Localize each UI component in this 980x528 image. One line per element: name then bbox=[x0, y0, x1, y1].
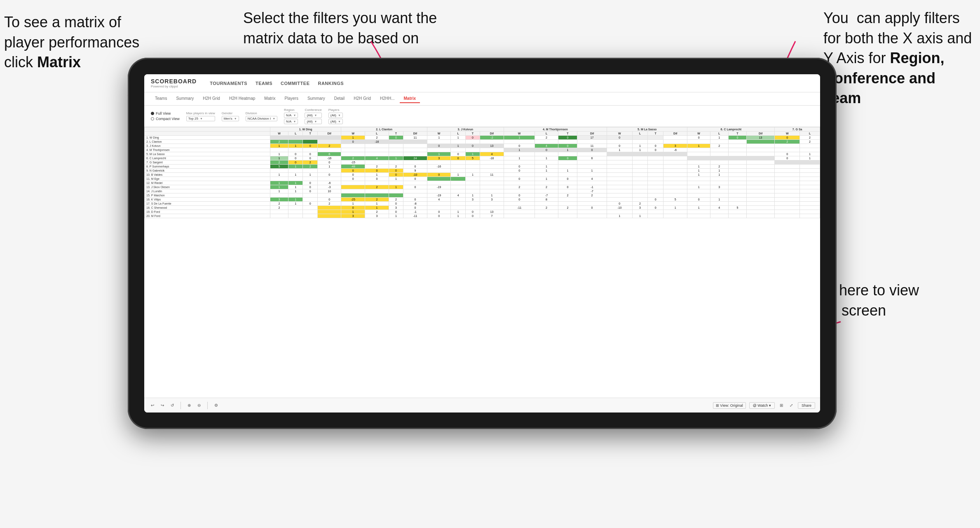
gender-arrow: ▼ bbox=[234, 117, 237, 120]
gender-select[interactable]: Men's ▼ bbox=[222, 116, 239, 121]
matrix-cell: 0 bbox=[288, 156, 303, 160]
players-select-1[interactable]: (All) ▼ bbox=[328, 113, 343, 118]
zoom-out-icon[interactable]: ⊖ bbox=[196, 402, 202, 409]
region-select-2[interactable]: N/A ▼ bbox=[284, 119, 298, 124]
matrix-cell bbox=[710, 177, 728, 181]
col-header-7: 7. G Sa bbox=[775, 127, 820, 132]
conference-select-2[interactable]: (All) ▼ bbox=[305, 119, 321, 124]
nav-committee[interactable]: COMMITTEE bbox=[281, 79, 310, 87]
matrix-cell: 1 bbox=[365, 206, 389, 210]
zoom-in-icon[interactable]: ⊕ bbox=[186, 402, 192, 409]
matrix-cell: 3 bbox=[341, 214, 365, 218]
tablet-frame: SCOREBOARD Powered by clippd TOURNAMENTS… bbox=[128, 58, 837, 429]
matrix-cell: 3 bbox=[270, 198, 288, 202]
matrix-cell bbox=[535, 152, 558, 156]
matrix-cell bbox=[451, 140, 465, 144]
matrix-cell: 13 bbox=[480, 210, 504, 214]
view-compact-option[interactable]: Compact View bbox=[151, 117, 180, 121]
matrix-cell bbox=[288, 136, 303, 140]
matrix-cell bbox=[663, 160, 687, 165]
watch-btn[interactable]: @ Watch ▾ bbox=[749, 402, 775, 409]
nav-teams[interactable]: TEAMS bbox=[256, 79, 272, 87]
layout-icon[interactable]: ⊞ bbox=[778, 402, 785, 409]
matrix-cell bbox=[427, 169, 451, 173]
matrix-cell bbox=[648, 136, 663, 140]
matrix-cell bbox=[341, 193, 365, 198]
tab-matrix[interactable]: Matrix bbox=[260, 94, 279, 103]
matrix-cell: 1 bbox=[288, 181, 303, 185]
region-select-1[interactable]: N/A ▼ bbox=[284, 113, 298, 118]
matrix-cell bbox=[607, 140, 633, 144]
tab-summary2[interactable]: Summary bbox=[303, 94, 329, 103]
tab-summary[interactable]: Summary bbox=[172, 94, 198, 103]
player-name-cell: 17. S De La Fuente bbox=[145, 202, 270, 206]
tab-h2hh[interactable]: H2HH... bbox=[376, 94, 399, 103]
tab-matrix-active[interactable]: Matrix bbox=[400, 94, 420, 103]
matrix-cell: 0 bbox=[648, 148, 663, 152]
matrix-cell: 4 bbox=[577, 177, 607, 181]
player-name-cell: 4. M Thorbjornsen bbox=[145, 148, 270, 152]
tab-h2h-heatmap[interactable]: H2H Heatmap bbox=[225, 94, 259, 103]
matrix-cell: 0 bbox=[389, 136, 403, 140]
tab-h2h-grid2[interactable]: H2H Grid bbox=[349, 94, 375, 103]
matrix-cell bbox=[365, 193, 389, 198]
matrix-cell bbox=[577, 198, 607, 202]
matrix-cell bbox=[607, 181, 633, 185]
matrix-cell bbox=[270, 193, 288, 198]
matrix-cell: -19 bbox=[427, 185, 451, 189]
tab-detail[interactable]: Detail bbox=[330, 94, 349, 103]
matrix-cell: 0 bbox=[607, 202, 633, 206]
view-compact-label: Compact View bbox=[156, 117, 180, 121]
redo-icon[interactable]: ↪ bbox=[159, 402, 166, 409]
matrix-cell: 1 bbox=[504, 136, 535, 140]
tab-players[interactable]: Players bbox=[281, 94, 302, 103]
conference-select-1[interactable]: (All) ▼ bbox=[305, 113, 321, 118]
matrix-cell bbox=[365, 189, 389, 193]
view-original-btn[interactable]: ⊞ View: Original bbox=[713, 402, 746, 409]
matrix-cell: 1 bbox=[451, 136, 465, 140]
matrix-cell: 2 bbox=[317, 202, 341, 206]
max-players-select[interactable]: Top 25 ▼ bbox=[186, 116, 215, 121]
matrix-cell bbox=[775, 202, 800, 206]
matrix-cell bbox=[648, 140, 663, 144]
matrix-cell: 6 bbox=[577, 156, 607, 160]
matrix-cell bbox=[746, 165, 774, 169]
matrix-cell: 1 bbox=[270, 152, 288, 156]
matrix-cell: 0 bbox=[648, 198, 663, 202]
matrix-cell bbox=[535, 181, 558, 185]
tab-teams[interactable]: Teams bbox=[151, 94, 171, 103]
matrix-cell bbox=[775, 189, 800, 193]
matrix-cell bbox=[746, 140, 774, 144]
matrix-cell: 7 bbox=[480, 214, 504, 218]
matrix-cell bbox=[403, 189, 427, 193]
players-select-2[interactable]: (All) ▼ bbox=[328, 119, 343, 124]
division-select[interactable]: NCAA Division I ▼ bbox=[246, 116, 277, 121]
matrix-cell: 0 bbox=[451, 156, 465, 160]
matrix-cell: 1 bbox=[451, 214, 465, 218]
matrix-cell: -2 bbox=[480, 136, 504, 140]
matrix-cell bbox=[632, 152, 648, 156]
matrix-cell: 1 bbox=[710, 136, 728, 140]
refresh-icon[interactable]: ↺ bbox=[169, 402, 176, 409]
undo-icon[interactable]: ↩ bbox=[149, 402, 156, 409]
fullscreen-icon[interactable]: ⤢ bbox=[788, 402, 795, 409]
matrix-cell bbox=[577, 214, 607, 218]
matrix-cell bbox=[710, 160, 728, 165]
nav-tournaments[interactable]: TOURNAMENTS bbox=[210, 79, 247, 87]
matrix-cell: 1 bbox=[632, 214, 648, 218]
view-full-option[interactable]: Full View bbox=[151, 111, 180, 116]
tab-h2h-grid[interactable]: H2H Grid bbox=[199, 94, 224, 103]
matrix-cell: 1 bbox=[687, 165, 710, 169]
matrix-cell bbox=[270, 169, 288, 173]
matrix-cell bbox=[800, 214, 820, 218]
sh-d3: Dif bbox=[480, 132, 504, 136]
settings-icon[interactable]: ⚙ bbox=[213, 402, 219, 409]
matrix-area[interactable]: 1. W Ding 2. L Clanton 3. J Koivun 4. M … bbox=[144, 127, 820, 398]
matrix-cell: -7 bbox=[577, 189, 607, 193]
share-btn[interactable]: Share bbox=[798, 402, 815, 409]
matrix-cell: 0 bbox=[341, 177, 365, 181]
matrix-cell bbox=[648, 189, 663, 193]
matrix-cell bbox=[341, 152, 365, 156]
nav-rankings[interactable]: RANKINGS bbox=[318, 79, 344, 87]
player-name-cell: 14. J Lundin bbox=[145, 189, 270, 193]
